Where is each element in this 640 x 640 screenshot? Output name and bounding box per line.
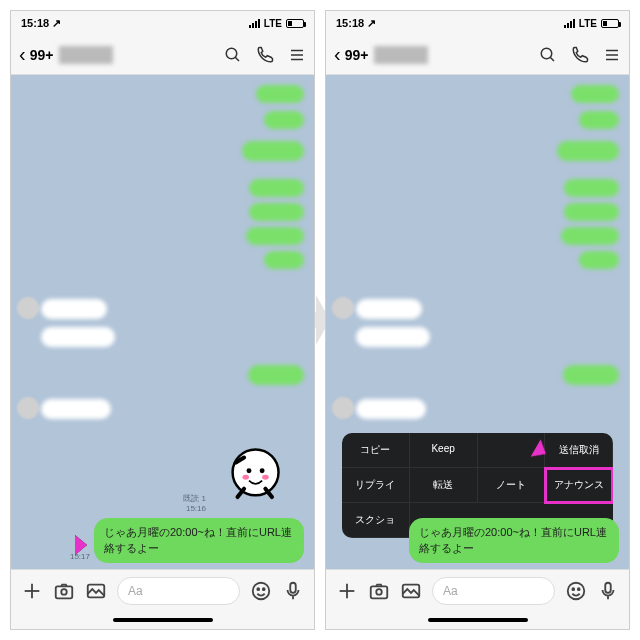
chat-area[interactable]: 既読 1 15:16 じゃあ月曜の20:00~ね！直前にURL連絡するよー 15… bbox=[11, 75, 314, 569]
svg-point-16 bbox=[257, 588, 259, 590]
svg-point-19 bbox=[541, 48, 552, 59]
emoji-icon[interactable] bbox=[565, 580, 587, 602]
avatar bbox=[332, 397, 354, 419]
battery-icon bbox=[601, 19, 619, 28]
svg-point-31 bbox=[578, 588, 580, 590]
message-highlighted[interactable]: じゃあ月曜の20:00~ね！直前にURL連絡するよー bbox=[94, 518, 304, 563]
svg-rect-18 bbox=[290, 582, 296, 592]
message-text: じゃあ月曜の20:00~ね！直前にURL連絡するよー bbox=[419, 526, 607, 553]
svg-point-9 bbox=[262, 475, 269, 480]
message-bubble bbox=[557, 141, 619, 161]
signal-icon bbox=[249, 18, 260, 28]
phone-left: 15:18 ↗ LTE ‹ 99+ bbox=[10, 10, 315, 630]
message-bubble bbox=[356, 299, 422, 319]
status-time: 15:18 ↗ bbox=[336, 17, 376, 30]
message-bubble bbox=[264, 251, 304, 269]
menu-icon[interactable] bbox=[288, 46, 306, 64]
message-highlighted[interactable]: じゃあ月曜の20:00~ね！直前にURL連絡するよー bbox=[409, 518, 619, 563]
input-bar: Aa bbox=[11, 569, 314, 611]
image-icon[interactable] bbox=[400, 580, 422, 602]
message-bubble bbox=[242, 141, 304, 161]
svg-point-8 bbox=[242, 475, 249, 480]
input-bar: Aa bbox=[326, 569, 629, 611]
stage: 15:18 ↗ LTE ‹ 99+ bbox=[0, 0, 640, 640]
message-bubble bbox=[264, 111, 304, 129]
status-time: 15:18 ↗ bbox=[21, 17, 61, 30]
camera-icon[interactable] bbox=[53, 580, 75, 602]
network-label: LTE bbox=[579, 18, 597, 29]
back-button[interactable]: ‹ bbox=[19, 43, 26, 66]
plus-icon[interactable] bbox=[21, 580, 43, 602]
message-bubble bbox=[356, 399, 426, 419]
message-bubble bbox=[41, 299, 107, 319]
message-bubble bbox=[356, 327, 430, 347]
svg-point-30 bbox=[572, 588, 574, 590]
call-icon[interactable] bbox=[571, 46, 589, 64]
avatar bbox=[332, 297, 354, 319]
svg-rect-12 bbox=[56, 586, 73, 598]
mic-icon[interactable] bbox=[597, 580, 619, 602]
menu-icon[interactable] bbox=[603, 46, 621, 64]
message-bubble bbox=[256, 85, 304, 103]
message-bubble bbox=[248, 365, 304, 385]
status-bar: 15:18 ↗ LTE bbox=[326, 11, 629, 35]
ctx-note[interactable]: ノート bbox=[478, 468, 546, 503]
message-bubble bbox=[571, 85, 619, 103]
ctx-forward[interactable]: 転送 bbox=[410, 468, 478, 503]
svg-line-1 bbox=[235, 57, 239, 61]
message-bubble bbox=[41, 327, 115, 347]
chat-name-blurred bbox=[374, 46, 428, 64]
home-indicator bbox=[11, 611, 314, 629]
chat-area[interactable]: コピー Keep 送信取消 リプライ 転送 ノート アナウンス スクショ じゃあ… bbox=[326, 75, 629, 569]
ctx-copy[interactable]: コピー bbox=[342, 433, 410, 468]
avatar bbox=[17, 397, 39, 419]
avatar bbox=[17, 297, 39, 319]
sticker-moon[interactable] bbox=[208, 433, 290, 515]
camera-icon[interactable] bbox=[368, 580, 390, 602]
search-icon[interactable] bbox=[539, 46, 557, 64]
svg-point-15 bbox=[253, 582, 270, 599]
message-bubble bbox=[563, 365, 619, 385]
message-bubble bbox=[564, 203, 619, 221]
status-right: LTE bbox=[564, 18, 619, 29]
message-bubble bbox=[579, 111, 619, 129]
annotation-arrow bbox=[41, 529, 89, 561]
message-bubble bbox=[249, 203, 304, 221]
ctx-announce[interactable]: アナウンス bbox=[545, 468, 613, 503]
plus-icon[interactable] bbox=[336, 580, 358, 602]
search-icon[interactable] bbox=[224, 46, 242, 64]
battery-icon bbox=[286, 19, 304, 28]
sticker-meta: 既読 1 15:16 bbox=[183, 493, 206, 513]
svg-rect-32 bbox=[605, 582, 611, 592]
message-text: じゃあ月曜の20:00~ね！直前にURL連絡するよー bbox=[104, 526, 292, 553]
mic-icon[interactable] bbox=[282, 580, 304, 602]
svg-point-0 bbox=[226, 48, 237, 59]
svg-point-29 bbox=[568, 582, 585, 599]
ctx-reply[interactable]: リプライ bbox=[342, 468, 410, 503]
message-bubble bbox=[564, 179, 619, 197]
svg-point-27 bbox=[376, 589, 382, 595]
chat-header: ‹ 99+ bbox=[11, 35, 314, 75]
back-button[interactable]: ‹ bbox=[334, 43, 341, 66]
message-bubble bbox=[249, 179, 304, 197]
chat-name-blurred bbox=[59, 46, 113, 64]
message-input[interactable]: Aa bbox=[432, 577, 555, 605]
message-bubble bbox=[41, 399, 111, 419]
svg-point-7 bbox=[260, 468, 265, 473]
unread-badge: 99+ bbox=[345, 47, 369, 63]
emoji-icon[interactable] bbox=[250, 580, 272, 602]
status-right: LTE bbox=[249, 18, 304, 29]
svg-rect-26 bbox=[371, 586, 388, 598]
ctx-keep[interactable]: Keep bbox=[410, 433, 478, 468]
home-indicator bbox=[326, 611, 629, 629]
signal-icon bbox=[564, 18, 575, 28]
message-bubble bbox=[246, 227, 304, 245]
image-icon[interactable] bbox=[85, 580, 107, 602]
ctx-unsend[interactable]: 送信取消 bbox=[545, 433, 613, 468]
status-bar: 15:18 ↗ LTE bbox=[11, 11, 314, 35]
phone-right: 15:18 ↗ LTE ‹ 99+ コピー bbox=[325, 10, 630, 630]
svg-point-6 bbox=[247, 468, 252, 473]
message-input[interactable]: Aa bbox=[117, 577, 240, 605]
call-icon[interactable] bbox=[256, 46, 274, 64]
ctx-screenshot[interactable]: スクショ bbox=[342, 503, 410, 538]
